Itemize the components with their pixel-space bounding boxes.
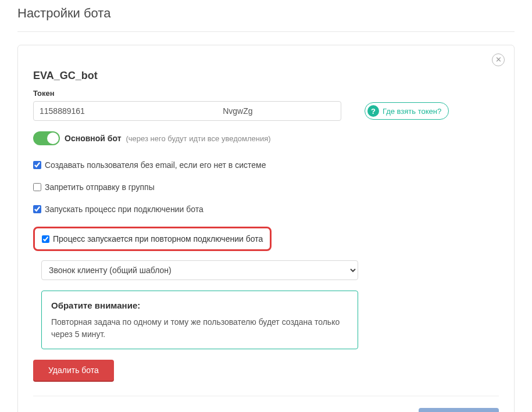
highlight-restart-process: Процесс запускается при повторном подклю… (33, 227, 272, 251)
notice-body: Повторная задача по одному и тому же пол… (51, 316, 348, 341)
check-forbid-group[interactable]: Запретить отправку в группы (33, 182, 499, 192)
help-token-text: Где взять токен? (383, 107, 441, 116)
checkbox-start-process-label: Запускать процесс при подключении бота (45, 205, 203, 214)
check-start-process[interactable]: Запускать процесс при подключении бота (33, 205, 499, 214)
notice-title: Обратите внимание: (51, 299, 348, 313)
checkbox-forbid-group[interactable] (33, 183, 41, 191)
toggle-knob (47, 132, 59, 144)
main-bot-toggle-row: Основной бот (через него будут идти все … (33, 131, 499, 145)
main-bot-toggle[interactable] (33, 131, 60, 145)
question-icon: ? (367, 105, 379, 117)
token-row: ? Где взять токен? (33, 101, 499, 121)
checkbox-create-user-label: Создавать пользователя без email, если е… (45, 160, 266, 170)
notice-box: Обратите внимание: Повторная задача по о… (41, 291, 358, 349)
delete-bot-button[interactable]: Удалить бота (33, 360, 114, 381)
check-create-user[interactable]: Создавать пользователя без email, если е… (33, 160, 499, 170)
close-icon[interactable]: ✕ (492, 53, 505, 66)
token-input[interactable] (33, 101, 341, 121)
checkbox-create-user[interactable] (33, 161, 41, 169)
checkbox-forbid-group-label: Запретить отправку в группы (45, 182, 155, 192)
save-button[interactable]: Сохранить (419, 408, 499, 413)
settings-card: ✕ EVA_GC_bot Токен ? Где взять токен? Ос… (17, 45, 515, 412)
process-template-select[interactable]: Звонок клиенту (общий шаблон) (41, 260, 358, 280)
checkbox-restart-process-label: Процесс запускается при повторном подклю… (53, 234, 263, 243)
checkbox-start-process[interactable] (33, 205, 41, 213)
token-label: Токен (33, 89, 499, 98)
process-settings-block: Звонок клиенту (общий шаблон) Обратите в… (41, 260, 358, 349)
main-bot-label: Основной бот (65, 134, 122, 143)
page-title: Настройки бота (17, 6, 515, 32)
checkbox-restart-process[interactable] (42, 235, 49, 243)
bot-name: EVA_GC_bot (33, 70, 499, 82)
help-token-link[interactable]: ? Где взять токен? (365, 102, 449, 120)
card-footer: Сохранить (33, 396, 499, 413)
main-bot-hint: (через него будут идти все уведомления) (126, 134, 271, 143)
